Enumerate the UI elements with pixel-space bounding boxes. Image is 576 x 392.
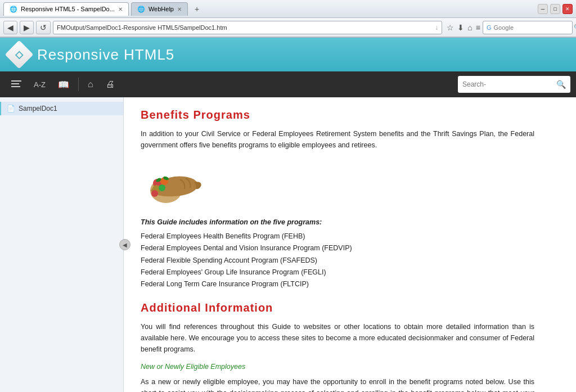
additional-info-title: Additional Information: [141, 301, 534, 314]
tab-1[interactable]: 🌐 Responsive HTML5 - SampelDo... ✕: [3, 2, 129, 16]
search-icon[interactable]: 🔍: [574, 24, 576, 31]
toolbar-separator: [78, 78, 79, 91]
content-area: Benefits Programs In addition to your Ci…: [124, 97, 576, 392]
back-button[interactable]: ◀: [3, 21, 17, 34]
glossary-icon: 📖: [58, 79, 69, 90]
index-button[interactable]: A-Z: [28, 77, 51, 92]
home-icon: ⌂: [88, 79, 93, 89]
program-item-1: Federal Employees Health Benefits Progra…: [141, 231, 534, 242]
program-item-4: Federal Employees' Group Life Insurance …: [141, 267, 534, 278]
tab-2-close[interactable]: ✕: [177, 6, 182, 12]
home-nav-icon[interactable]: ⌂: [467, 23, 472, 32]
svg-point-7: [159, 184, 165, 191]
google-icon: G: [487, 24, 492, 31]
app-logo: ◇: [5, 40, 34, 69]
program-item-2: Federal Employees Dental and Vision Insu…: [141, 242, 534, 254]
additional-info-body1: You will find references throughout this…: [141, 321, 534, 355]
new-employees-body: As a new or newly eligible employee, you…: [141, 376, 534, 392]
sidebar: 📄 SampelDoc1: [0, 97, 124, 392]
app-title: Responsive HTML5: [37, 46, 174, 64]
toc-button[interactable]: [6, 77, 27, 92]
sidebar-collapse-button[interactable]: ◀: [119, 239, 130, 250]
search-input[interactable]: [462, 80, 554, 88]
print-button[interactable]: 🖨: [100, 76, 120, 93]
program-item-5: Federal Long Term Care Insurance Program…: [141, 278, 534, 290]
search-submit-icon[interactable]: 🔍: [556, 80, 566, 89]
refresh-button[interactable]: ↺: [36, 21, 51, 34]
toolbar: A-Z 📖 ⌂ 🖨 🔍: [0, 71, 576, 97]
download-icon[interactable]: ⬇: [457, 23, 464, 32]
minimize-button[interactable]: ─: [538, 4, 548, 14]
benefits-programs-title: Benefits Programs: [141, 109, 534, 121]
benefits-intro-text: In addition to your Civil Service or Fed…: [141, 128, 534, 151]
content-inner: Benefits Programs In addition to your Ci…: [124, 97, 551, 392]
cornucopia-image: [146, 160, 534, 209]
browser-search[interactable]: G 🔍: [483, 21, 573, 34]
tab-2-label: WebHelp: [148, 6, 174, 12]
search-container[interactable]: 🔍: [458, 76, 570, 93]
new-tab-button[interactable]: +: [190, 3, 204, 15]
app-header: ◇ Responsive HTML5: [0, 38, 576, 71]
index-icon: A-Z: [34, 80, 46, 89]
main-layout: 📄 SampelDoc1 ◀ Benefits Programs In addi…: [0, 97, 576, 392]
svg-rect-1: [11, 83, 19, 84]
document-icon: 📄: [7, 105, 15, 112]
tab-2[interactable]: 🌐 WebHelp ✕: [131, 2, 188, 16]
tab-1-label: Responsive HTML5 - SampelDo...: [21, 6, 115, 12]
url-bar[interactable]: FMOutput/SampelDoc1-Responsive HTML5/Sam…: [53, 21, 442, 34]
menu-icon[interactable]: ≡: [476, 23, 480, 32]
close-button[interactable]: ✕: [562, 4, 573, 14]
browser-search-input[interactable]: [494, 24, 572, 31]
new-employees-subtitle: New or Newly Eligible Employees: [141, 363, 534, 371]
maximize-button[interactable]: □: [550, 4, 560, 14]
browser-chrome: 🌐 Responsive HTML5 - SampelDo... ✕ 🌐 Web…: [0, 0, 576, 38]
svg-point-8: [151, 190, 158, 197]
title-bar: 🌐 Responsive HTML5 - SampelDo... ✕ 🌐 Web…: [0, 0, 576, 18]
nav-icons: ☆ ⬇ ⌂ ≡: [447, 23, 480, 32]
tab-1-close[interactable]: ✕: [118, 6, 123, 12]
sidebar-item-label: SampelDoc1: [19, 105, 57, 112]
svg-rect-2: [11, 86, 20, 87]
home-button[interactable]: ⌂: [82, 76, 99, 93]
nav-bar: ◀ ▶ ↺ FMOutput/SampelDoc1-Responsive HTM…: [0, 18, 576, 37]
print-icon: 🖨: [106, 79, 115, 89]
url-lock-icon: ↓: [435, 24, 438, 31]
program-item-3: Federal Flexible Spending Account Progra…: [141, 255, 534, 267]
program-list: Federal Employees Health Benefits Progra…: [141, 231, 534, 290]
glossary-button[interactable]: 📖: [52, 76, 75, 93]
forward-button[interactable]: ▶: [20, 21, 34, 34]
sidebar-item-sampeldoc1[interactable]: 📄 SampelDoc1: [0, 102, 123, 115]
url-text: FMOutput/SampelDoc1-Responsive HTML5/Sam…: [57, 24, 435, 31]
bookmark-icon[interactable]: ☆: [447, 23, 454, 32]
svg-rect-0: [11, 80, 21, 82]
app-logo-diamond: ◇: [15, 48, 23, 61]
guide-italic-title: This Guide includes information on the f…: [141, 218, 534, 226]
